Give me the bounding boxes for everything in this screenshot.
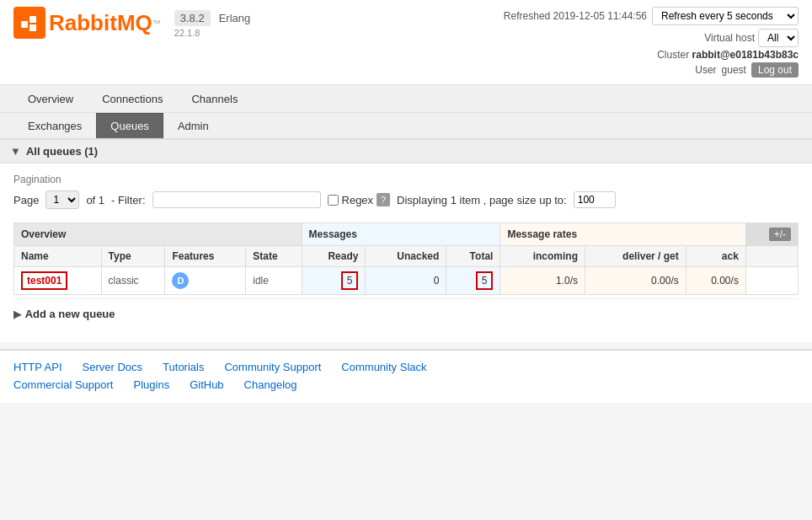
footer-http-api[interactable]: HTTP API bbox=[13, 361, 62, 373]
main-nav: Overview Connections Channels bbox=[0, 85, 812, 113]
section-title: All queues (1) bbox=[26, 145, 98, 158]
user-value: guest bbox=[722, 64, 746, 76]
queue-incoming-cell: 1.0/s bbox=[500, 267, 585, 295]
col-features: Features bbox=[165, 246, 246, 267]
logo-area: RabbitMQ™ 3.8.2 Erlang 22.1.8 bbox=[13, 7, 250, 39]
pagination-controls: Page 1 of 1 - Filter: Regex ? Displaying… bbox=[13, 190, 799, 209]
table-section-headers: Overview Messages Message rates +/- bbox=[14, 223, 799, 246]
svg-rect-2 bbox=[29, 24, 36, 31]
logo-tm: ™ bbox=[152, 19, 161, 28]
erlang-badge: Erlang bbox=[219, 12, 251, 24]
user-info: User guest Log out bbox=[504, 62, 799, 78]
col-state: State bbox=[246, 246, 302, 267]
of-label: of 1 bbox=[86, 194, 104, 206]
add-queue-section: ▶ Add a new queue bbox=[13, 298, 799, 329]
footer-community-support[interactable]: Community Support bbox=[224, 361, 321, 373]
col-unacked: Unacked bbox=[366, 246, 446, 267]
queue-name-cell: test001 bbox=[14, 267, 102, 295]
cluster-info: Cluster rabbit@e0181b43b83c bbox=[504, 49, 799, 61]
plus-minus-button[interactable]: +/- bbox=[769, 228, 791, 241]
footer-row-1: HTTP API Server Docs Tutorials Community… bbox=[13, 361, 799, 373]
pagination-label: Pagination bbox=[13, 174, 799, 185]
regex-checkbox[interactable] bbox=[328, 195, 339, 206]
table-row: test001 classic D idle 5 0 5 1.0/s 0.00/… bbox=[14, 267, 799, 295]
footer: HTTP API Server Docs Tutorials Community… bbox=[0, 349, 812, 403]
footer-commercial-support[interactable]: Commercial Support bbox=[13, 378, 114, 391]
svg-rect-0 bbox=[21, 21, 28, 28]
footer-changelog[interactable]: Changelog bbox=[244, 378, 297, 391]
footer-github[interactable]: GitHub bbox=[190, 378, 223, 391]
build-version: 22.1.8 bbox=[174, 28, 251, 38]
regex-help[interactable]: ? bbox=[377, 193, 390, 206]
vhost-bar: Virtual host All bbox=[504, 29, 799, 47]
page-select[interactable]: 1 bbox=[45, 190, 79, 209]
queue-name-link[interactable]: test001 bbox=[21, 271, 67, 290]
queue-features-cell: D bbox=[165, 267, 246, 295]
vhost-label: Virtual host bbox=[704, 32, 755, 44]
col-ready: Ready bbox=[302, 246, 366, 267]
header: RabbitMQ™ 3.8.2 Erlang 22.1.8 Refreshed … bbox=[0, 0, 812, 85]
version-badge: 3.8.2 bbox=[174, 10, 211, 26]
pagination-area: Pagination Page 1 of 1 - Filter: Regex ?… bbox=[13, 164, 799, 216]
queue-total-cell: 5 bbox=[446, 267, 500, 295]
col-type: Type bbox=[101, 246, 165, 267]
col-total: Total bbox=[446, 246, 500, 267]
footer-row-2: Commercial Support Plugins GitHub Change… bbox=[13, 378, 799, 391]
header-right: Refreshed 2019-12-05 11:44:56 Refresh ev… bbox=[504, 7, 799, 78]
logo: RabbitMQ™ bbox=[13, 7, 161, 39]
col-deliver-get: deliver / get bbox=[585, 246, 686, 267]
tab-connections[interactable]: Connections bbox=[88, 85, 177, 112]
tab-overview[interactable]: Overview bbox=[13, 85, 88, 112]
refresh-bar: Refreshed 2019-12-05 11:44:56 Refresh ev… bbox=[504, 7, 799, 25]
total-value: 5 bbox=[476, 271, 494, 290]
sub-nav: Exchanges Queues Admin bbox=[0, 113, 812, 139]
user-label: User bbox=[695, 64, 716, 76]
cluster-value: rabbit@e0181b43b83c bbox=[692, 49, 799, 61]
feature-d-badge: D bbox=[172, 272, 189, 289]
sub-tab-admin[interactable]: Admin bbox=[163, 113, 223, 138]
svg-rect-1 bbox=[29, 16, 36, 23]
tab-channels[interactable]: Channels bbox=[177, 85, 252, 112]
vhost-select[interactable]: All bbox=[758, 29, 799, 47]
col-name: Name bbox=[14, 246, 102, 267]
logo-text: RabbitMQ bbox=[49, 10, 152, 36]
section-arrow[interactable]: ▼ bbox=[10, 145, 21, 158]
overview-section-header: Overview bbox=[14, 223, 302, 246]
refreshed-label: Refreshed 2019-12-05 11:44:56 bbox=[504, 10, 647, 22]
all-queues-section: ▼ All queues (1) bbox=[0, 139, 812, 164]
messages-section-header: Messages bbox=[302, 223, 500, 246]
display-info: Displaying 1 item , page size up to: bbox=[397, 194, 567, 206]
add-queue-label[interactable]: Add a new queue bbox=[25, 308, 115, 320]
footer-plugins[interactable]: Plugins bbox=[134, 378, 170, 391]
footer-tutorials[interactable]: Tutorials bbox=[163, 361, 204, 373]
filter-label: - Filter: bbox=[111, 194, 145, 206]
queues-table: Overview Messages Message rates +/- Name… bbox=[13, 222, 799, 295]
queue-unacked-cell: 0 bbox=[366, 267, 446, 295]
regex-label: Regex bbox=[342, 194, 374, 206]
queue-ack-cell: 0.00/s bbox=[686, 267, 745, 295]
footer-community-slack[interactable]: Community Slack bbox=[341, 361, 426, 373]
version-area: 3.8.2 Erlang 22.1.8 bbox=[174, 7, 251, 38]
sub-tab-queues[interactable]: Queues bbox=[96, 113, 163, 138]
logout-button[interactable]: Log out bbox=[751, 62, 799, 78]
main-content: ▼ All queues (1) Pagination Page 1 of 1 … bbox=[0, 139, 812, 342]
add-queue-arrow[interactable]: ▶ bbox=[13, 308, 22, 320]
queue-ready-cell: 5 bbox=[302, 267, 366, 295]
ready-value: 5 bbox=[341, 271, 359, 290]
col-ack: ack bbox=[686, 246, 745, 267]
queue-state-cell: idle bbox=[246, 267, 302, 295]
regex-area: Regex ? bbox=[328, 193, 391, 206]
queue-deliver-cell: 0.00/s bbox=[585, 267, 686, 295]
queue-type-cell: classic bbox=[101, 267, 165, 295]
footer-server-docs[interactable]: Server Docs bbox=[83, 361, 143, 373]
sub-tab-exchanges[interactable]: Exchanges bbox=[13, 113, 96, 138]
page-size-input[interactable] bbox=[574, 191, 616, 208]
refresh-select[interactable]: Refresh every 5 seconds Refresh every 10… bbox=[652, 7, 799, 25]
page-label: Page bbox=[13, 194, 39, 206]
filter-input[interactable] bbox=[152, 191, 321, 208]
col-incoming: incoming bbox=[500, 246, 585, 267]
column-headers: Name Type Features State Ready Unacked T… bbox=[14, 246, 799, 267]
plus-minus-cell: +/- bbox=[745, 223, 798, 246]
logo-icon bbox=[13, 7, 45, 39]
rates-section-header: Message rates bbox=[500, 223, 746, 246]
